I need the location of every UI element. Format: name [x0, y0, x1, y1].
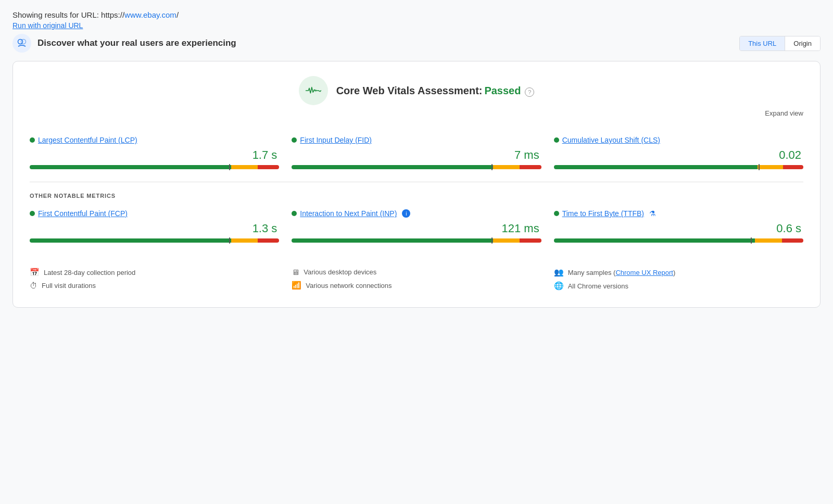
chrome-icon: 🌐	[554, 281, 564, 291]
svg-point-1	[21, 40, 26, 44]
showing-url-text: Showing results for URL: https://www.eba…	[12, 10, 821, 19]
crux-title: Discover what your real users are experi…	[37, 38, 236, 48]
showing-label: Showing results for URL:	[12, 10, 101, 19]
assessment-title: Core Web Vitals Assessment:	[336, 85, 483, 96]
crux-header: Discover what your real users are experi…	[12, 34, 821, 53]
ttfb-bar-green	[554, 238, 755, 243]
footer-network: 📶 Various network connections	[292, 281, 541, 290]
inp-link[interactable]: Interaction to Next Paint (INP)	[300, 209, 397, 218]
lcp-bar-green	[30, 165, 231, 169]
metric-ttfb: Time to First Byte (TTFB) ⚗ 0.6 s	[554, 201, 803, 247]
svg-point-2	[314, 90, 317, 92]
crux-header-left: Discover what your real users are experi…	[12, 34, 236, 53]
metric-ttfb-label: Time to First Byte (TTFB) ⚗	[554, 209, 803, 218]
help-icon[interactable]: ?	[525, 87, 534, 97]
cls-link[interactable]: Cumulative Layout Shift (CLS)	[562, 136, 660, 144]
fcp-value: 1.3 s	[30, 222, 279, 235]
lcp-link[interactable]: Largest Contentful Paint (LCP)	[38, 136, 137, 144]
inp-dot	[292, 211, 297, 216]
network-text: Various network connections	[306, 282, 392, 289]
assessment-status: Passed	[484, 85, 521, 96]
visit-durations-text: Full visit durations	[42, 282, 96, 289]
main-card: Core Web Vitals Assessment: Passed ? Exp…	[12, 61, 821, 308]
chrome-ux-report-link[interactable]: Chrome UX Report	[615, 269, 673, 276]
footer-chrome-versions: 🌐 All Chrome versions	[554, 281, 803, 291]
fcp-dot	[30, 211, 35, 216]
fid-bar-green	[292, 165, 493, 169]
metric-lcp: Largest Contentful Paint (LCP) 1.7 s	[30, 128, 279, 173]
fid-bar-red	[520, 165, 541, 169]
cls-bar-green	[554, 165, 758, 169]
cls-value: 0.02	[554, 148, 803, 162]
fid-link[interactable]: First Input Delay (FID)	[300, 136, 372, 144]
ttfb-link[interactable]: Time to First Byte (TTFB)	[562, 209, 644, 218]
core-metrics-grid: Largest Contentful Paint (LCP) 1.7 s Fir…	[30, 128, 803, 173]
metric-cls-label: Cumulative Layout Shift (CLS)	[554, 136, 803, 144]
url-post: /	[176, 10, 179, 19]
fid-bar-orange	[493, 165, 520, 169]
ttfb-dot	[554, 211, 559, 216]
fcp-bar-orange	[231, 238, 258, 243]
metric-lcp-label: Largest Contentful Paint (LCP)	[30, 136, 279, 144]
footer-samples: 👥 Many samples (Chrome UX Report)	[554, 268, 803, 277]
footer-info: 📅 Latest 28-day collection period ⏱ Full…	[30, 259, 803, 291]
metric-fid-label: First Input Delay (FID)	[292, 136, 541, 144]
ttfb-value: 0.6 s	[554, 222, 803, 235]
lcp-value: 1.7 s	[30, 148, 279, 162]
cls-dot	[554, 137, 559, 143]
divider	[30, 182, 803, 182]
lcp-bar-red	[258, 165, 279, 169]
chrome-versions-text: All Chrome versions	[568, 282, 628, 290]
run-original-url-button[interactable]: Run with original URL	[12, 21, 83, 30]
inp-bar-marker	[491, 237, 493, 244]
inp-bar-container	[292, 238, 541, 243]
metric-fcp: First Contentful Paint (FCP) 1.3 s	[30, 201, 279, 247]
fid-bar-marker	[491, 164, 493, 170]
ttfb-bar-container	[554, 238, 803, 243]
fid-value: 7 ms	[292, 148, 541, 162]
cls-bar-container	[554, 165, 803, 169]
fid-bar-container	[292, 165, 541, 169]
assessment-icon	[299, 76, 328, 105]
expand-view-button[interactable]: Expand view	[30, 109, 803, 117]
metric-fid: First Input Delay (FID) 7 ms	[292, 128, 541, 173]
clock-icon: ⏱	[30, 281, 37, 290]
crux-icon	[12, 34, 31, 53]
other-metrics-grid: First Contentful Paint (FCP) 1.3 s Inter…	[30, 201, 803, 247]
tab-group: This URL Origin	[739, 36, 821, 51]
users-icon: 👥	[554, 268, 564, 277]
footer-col1: 📅 Latest 28-day collection period ⏱ Full…	[30, 268, 279, 291]
metric-inp-label: Interaction to Next Paint (INP) i	[292, 209, 541, 218]
samples-text: Many samples (Chrome UX Report)	[568, 269, 676, 276]
lcp-bar-orange	[231, 165, 258, 169]
fcp-bar-green	[30, 238, 231, 243]
fcp-link[interactable]: First Contentful Paint (FCP)	[38, 209, 128, 218]
other-metrics-label: OTHER NOTABLE METRICS	[30, 193, 803, 199]
metric-inp: Interaction to Next Paint (INP) i 121 ms	[292, 201, 541, 247]
desktop-devices-text: Various desktop devices	[304, 268, 376, 276]
url-pre: https://	[101, 10, 124, 19]
inp-bar-orange	[493, 238, 520, 243]
footer-visit-durations: ⏱ Full visit durations	[30, 281, 279, 290]
lcp-bar-container	[30, 165, 279, 169]
fid-dot	[292, 137, 297, 143]
tab-this-url[interactable]: This URL	[740, 36, 785, 51]
assessment-header: Core Web Vitals Assessment: Passed ?	[30, 76, 803, 105]
lcp-dot	[30, 137, 35, 143]
ttfb-flask-icon: ⚗	[649, 209, 656, 218]
top-bar: Showing results for URL: https://www.eba…	[12, 10, 821, 30]
inp-info-icon[interactable]: i	[402, 209, 410, 218]
tab-origin[interactable]: Origin	[785, 36, 820, 51]
inp-value: 121 ms	[292, 222, 541, 235]
cls-bar-red	[783, 165, 803, 169]
url-link[interactable]: www.ebay.com	[124, 10, 176, 19]
ttfb-bar-red	[782, 238, 803, 243]
footer-col2: 🖥 Various desktop devices 📶 Various netw…	[292, 268, 541, 291]
cls-bar-marker	[759, 164, 760, 170]
wifi-icon: 📶	[292, 281, 301, 290]
footer-collection-period: 📅 Latest 28-day collection period	[30, 268, 279, 277]
cls-bar-orange	[758, 165, 783, 169]
assessment-text: Core Web Vitals Assessment: Passed ?	[336, 85, 535, 97]
calendar-icon: 📅	[30, 268, 40, 277]
metric-fcp-label: First Contentful Paint (FCP)	[30, 209, 279, 218]
